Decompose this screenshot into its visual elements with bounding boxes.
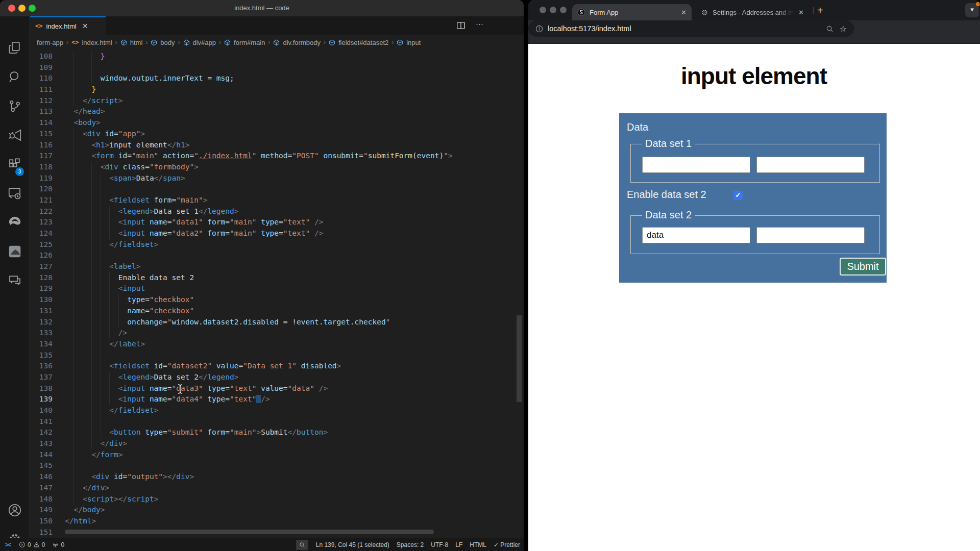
breadcrumb-element[interactable]: fieldset#dataset2 [338, 39, 388, 46]
code-line[interactable]: 142<button type="submit" form="main">Sub… [30, 427, 524, 438]
code-line[interactable]: 114<body> [30, 117, 524, 129]
run-debug-icon[interactable] [7, 128, 22, 143]
encoding-status[interactable]: UTF-8 [427, 541, 452, 548]
code-line[interactable]: 128Enable data set 2 [30, 272, 524, 284]
eol-status[interactable]: LF [452, 541, 466, 548]
edge-devtools-icon[interactable] [7, 215, 22, 230]
zoom-indicator-icon[interactable] [296, 540, 308, 550]
code-line[interactable]: 110window.output.innerText = msg; [30, 73, 524, 84]
source-control-icon[interactable] [7, 98, 22, 114]
code-line[interactable]: 150</html> [30, 516, 524, 527]
remote-explorer-icon[interactable] [7, 186, 22, 201]
code-line[interactable]: 145 [30, 460, 524, 471]
data1-input[interactable] [642, 157, 750, 173]
breadcrumb-element[interactable]: body [160, 39, 175, 46]
code-line[interactable]: 111} [30, 84, 524, 95]
code-line[interactable]: 148<script></script> [30, 494, 524, 505]
code-line[interactable]: 125</fieldset> [30, 239, 524, 251]
minimize-traffic-light[interactable] [550, 7, 556, 13]
code-line[interactable]: 120 [30, 184, 524, 195]
code-line[interactable]: 137<legend>Data set 2</legend> [30, 372, 524, 383]
problems-status[interactable]: 0 0 [15, 538, 48, 551]
site-info-icon[interactable] [535, 25, 543, 33]
code-line[interactable]: 117<form id="main" action="./index.html"… [30, 151, 524, 162]
code-line[interactable]: 118<div class="formbody"> [30, 162, 524, 173]
data3-input[interactable] [642, 227, 750, 243]
code-line[interactable]: 132onchange="window.dataset2.disabled = … [30, 317, 524, 328]
search-icon[interactable] [826, 25, 834, 33]
new-tab-button[interactable]: + [817, 5, 823, 16]
search-icon[interactable] [7, 69, 22, 85]
bookmark-star-icon[interactable]: ☆ [840, 24, 847, 34]
explorer-icon[interactable] [7, 40, 22, 56]
code-line[interactable]: 116<h1>input element</h1> [30, 140, 524, 151]
data2-input[interactable] [756, 157, 865, 173]
code-line[interactable]: 134</label> [30, 339, 524, 350]
split-editor-icon[interactable] [456, 21, 465, 32]
cursor-position-status[interactable]: Ln 139, Col 45 (1 selected) [312, 541, 393, 548]
code-line[interactable]: 127<label> [30, 261, 524, 272]
tab-index-html[interactable]: <> index.html ✕ [30, 16, 106, 35]
browser-tab-form-app[interactable]: Form App ✕ [572, 4, 692, 20]
close-tab-icon[interactable]: ✕ [82, 22, 88, 30]
code-line[interactable]: 124<input name="data2" form="main" type=… [30, 228, 524, 239]
vertical-scrollbar[interactable] [517, 315, 522, 402]
code-line[interactable]: 108} [30, 51, 524, 62]
code-line[interactable]: 113</head> [30, 106, 524, 117]
code-line[interactable]: 131name="checkbox" [30, 306, 524, 317]
camel-extension-icon[interactable] [7, 244, 22, 259]
code-line[interactable]: 146<div id="output"></div> [30, 471, 524, 483]
address-bar[interactable]: localhost:5173/index.html ☆ [528, 20, 854, 37]
code-line[interactable]: 139<input name="data4" type="text" /> [30, 394, 524, 405]
breadcrumb-element[interactable]: input [406, 39, 421, 46]
comments-icon[interactable] [7, 273, 22, 288]
code-line[interactable]: 126 [30, 250, 524, 261]
code-editor[interactable]: 108}109110window.output.innerText = msg;… [30, 51, 524, 538]
code-line[interactable]: 144</form> [30, 449, 524, 461]
code-line[interactable]: 115<div id="app"> [30, 129, 524, 140]
maximize-traffic-light[interactable] [560, 7, 567, 13]
code-line[interactable]: 123<input name="data1" form="main" type=… [30, 217, 524, 228]
code-line[interactable]: 129<input [30, 283, 524, 294]
ports-status[interactable]: 0 [48, 538, 68, 551]
code-line[interactable]: 133/> [30, 328, 524, 339]
code-line[interactable]: 141 [30, 416, 524, 428]
breadcrumb-element[interactable]: form#main [234, 39, 265, 46]
close-traffic-light[interactable] [540, 7, 546, 13]
code-line[interactable]: 130type="checkbox" [30, 294, 524, 306]
code-line[interactable]: 109 [30, 62, 524, 73]
breadcrumb-element[interactable]: div#app [193, 39, 216, 46]
code-line[interactable]: 138<input name="data3" type="text" value… [30, 383, 524, 394]
data4-input[interactable] [756, 227, 865, 243]
code-line[interactable]: 121<fieldset form="main"> [30, 195, 524, 206]
breadcrumb[interactable]: form-app › <> index.html › html › body ›… [30, 35, 524, 50]
formatter-status[interactable]: ✓ Prettier [490, 541, 524, 548]
code-line[interactable]: 135 [30, 350, 524, 361]
code-line[interactable]: 147</div> [30, 483, 524, 494]
breadcrumb-folder[interactable]: form-app [37, 39, 63, 46]
code-line[interactable]: 119<span>Data</span> [30, 173, 524, 184]
remote-indicator-icon[interactable]: >< [0, 541, 15, 548]
code-line[interactable]: 140</fieldset> [30, 405, 524, 416]
submit-button[interactable]: Submit [840, 258, 886, 276]
breadcrumb-element[interactable]: div.formbody [283, 39, 320, 46]
code-line[interactable]: 122<legend>Data set 1</legend> [30, 206, 524, 217]
vscode-titlebar[interactable]: index.html — code [0, 0, 524, 16]
breadcrumb-element[interactable]: html [130, 39, 143, 46]
code-line[interactable]: 112</script> [30, 95, 524, 107]
breadcrumb-file[interactable]: index.html [82, 39, 112, 46]
enable-dataset2-checkbox[interactable]: ✓ [733, 191, 743, 200]
more-actions-icon[interactable]: ··· [476, 19, 483, 28]
browser-tab-settings[interactable]: Settings - Addresses and mo ✕ [697, 4, 812, 20]
indentation-status[interactable]: Spaces: 2 [393, 541, 427, 548]
code-line[interactable]: 143</div> [30, 438, 524, 449]
url-text[interactable]: localhost:5173/index.html [548, 24, 631, 33]
account-icon[interactable] [7, 503, 22, 518]
language-mode-status[interactable]: HTML [466, 541, 490, 548]
close-tab-icon[interactable]: ✕ [798, 9, 804, 16]
horizontal-scrollbar[interactable] [65, 530, 434, 534]
line-number: 142 [30, 427, 53, 438]
code-line[interactable]: 149</body> [30, 505, 524, 516]
code-line[interactable]: 136<fieldset id="dataset2" value="Data s… [30, 361, 524, 372]
close-tab-icon[interactable]: ✕ [681, 9, 687, 16]
